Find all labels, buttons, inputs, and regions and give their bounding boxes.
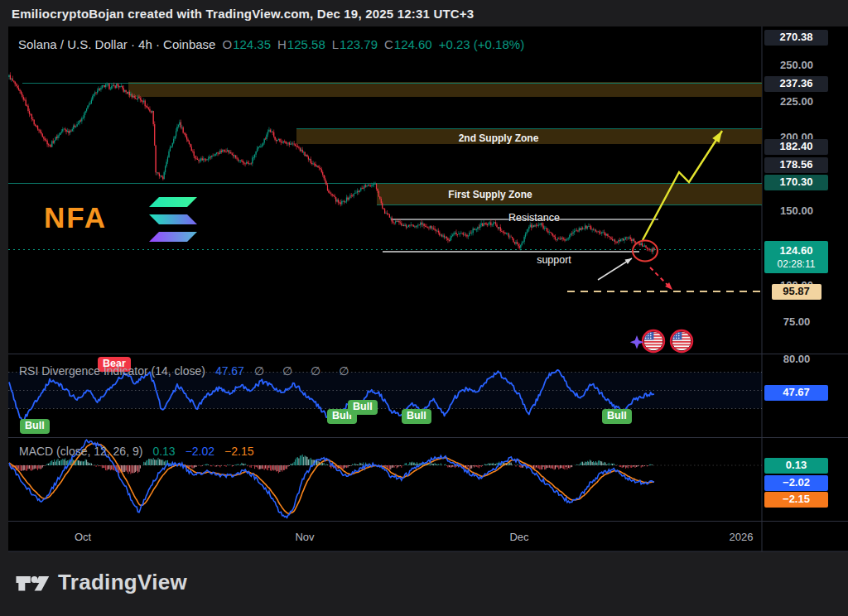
high-label: H <box>277 37 287 51</box>
solana-logo-icon <box>149 197 197 242</box>
close-label: C <box>384 37 393 51</box>
tradingview-footer: TradingView <box>15 570 187 595</box>
rsi-title: RSI Divergence Indicator (14, close) <box>19 364 205 378</box>
macd-line-value: −2.02 <box>186 445 214 458</box>
macd-title: MACD (close, 12, 26, 9) <box>19 445 142 458</box>
bull-divergence-tag: Bull <box>602 409 632 424</box>
price-scale[interactable] <box>762 26 848 551</box>
macd-title-row: MACD (close, 12, 26, 9) 0.13 −2.02 −2.15 <box>19 445 254 458</box>
low-label: L <box>332 37 339 51</box>
symbol-title-row: Solana / U.S. Dollar · 4h · Coinbase O12… <box>18 37 524 51</box>
tradingview-brand-text: TradingView <box>58 570 187 595</box>
bull-divergence-tag: Bull <box>348 400 378 415</box>
rsi-empty-markers: ∅ ∅ ∅ ∅ <box>254 364 356 378</box>
nfa-watermark: NFA <box>44 201 107 234</box>
time-scale[interactable] <box>8 522 762 551</box>
macd-signal-value: −2.15 <box>224 445 253 458</box>
open-label: O <box>222 37 232 51</box>
main-chart-pane[interactable] <box>8 26 762 354</box>
attribution-header: EmiliocryptoBojan created with TradingVi… <box>12 7 474 21</box>
tradingview-logo-icon <box>15 570 50 595</box>
tradingview-published-chart: EmiliocryptoBojan created with TradingVi… <box>0 0 848 616</box>
first-supply-zone-label: First Supply Zone <box>399 189 581 200</box>
change-value: +0.23 (+0.18%) <box>439 37 524 51</box>
support-label: support <box>500 254 608 266</box>
rsi-value: 47.67 <box>215 364 244 378</box>
resistance-label: Resistance <box>480 212 588 224</box>
high-value: 125.58 <box>287 37 325 51</box>
open-value: 124.35 <box>233 37 271 51</box>
close-value: 124.60 <box>394 37 432 51</box>
macd-hist-value: 0.13 <box>152 445 175 458</box>
symbol-title: Solana / U.S. Dollar · 4h · Coinbase <box>18 37 215 51</box>
low-value: 123.79 <box>340 37 378 51</box>
rsi-title-row: RSI Divergence Indicator (14, close) 47.… <box>19 364 356 378</box>
bull-divergence-tag: Bull <box>20 419 50 434</box>
bull-divergence-tag: Bull <box>402 409 431 424</box>
second-supply-zone-label: 2nd Supply Zone <box>407 132 590 144</box>
